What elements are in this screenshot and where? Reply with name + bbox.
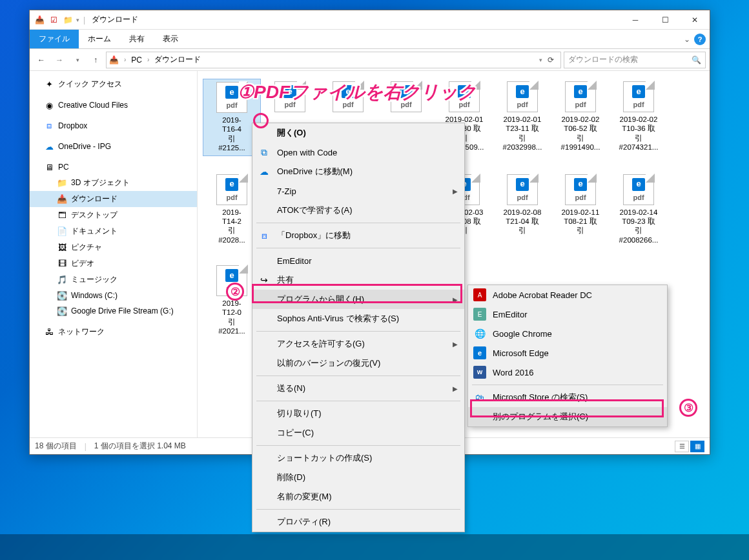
pdf-file-icon: epdf [507,174,538,205]
sidebar-dropbox[interactable]: ⧈Dropbox [30,118,197,134]
sidebar-cdrive[interactable]: 💽Windows (C:) [30,288,197,303]
sm-choose-another[interactable]: 別のプログラムを選択(C) [468,407,667,426]
annotation-step3: ③ [679,399,697,417]
sidebar-pc[interactable]: 🖥PC [30,159,197,175]
sidebar-3d[interactable]: 📁3D オブジェクト [30,175,197,191]
annotation-circle [253,113,269,128]
cm-share[interactable]: ↪共有 [252,270,464,290]
file-item[interactable]: epdf 2019-02-02T10-36 取引#2074321... [610,79,668,156]
cm-emeditor[interactable]: EmEditor [252,251,464,270]
sidebar-music[interactable]: 🎵ミュージック [30,272,197,288]
file-name-line: 2019-02-14 [620,208,658,217]
cm-onedrive-move[interactable]: ☁OneDrive に移動(M) [252,162,464,181]
file-name-line: 2019- [222,208,241,217]
help-icon[interactable]: ? [694,34,706,45]
file-item[interactable]: epdf 2019-02-01T23-11 取引#2032998... [493,79,551,156]
file-name-line: 2019-02-02 [562,115,600,124]
file-name-line: #2032998... [503,143,542,152]
cm-send-to[interactable]: 送る(N)▶ [252,379,464,398]
cm-access[interactable]: アクセスを許可する(G)▶ [252,334,464,354]
file-item[interactable]: epdf 2019-02-08T21-04 取引 [493,172,551,248]
sidebar-onedrive[interactable]: ☁OneDrive - IPG [30,139,197,154]
check-icon[interactable]: ☑ [48,14,59,26]
cm-rename[interactable]: 名前の変更(M) [252,487,464,506]
file-name-line: T14-2 [222,217,241,226]
search-input[interactable]: ダウンロードの検索 🔍 [564,52,706,68]
taskbar[interactable] [0,534,749,560]
onedrive-icon: ☁ [44,141,54,152]
cm-properties[interactable]: プロパティ(R) [252,512,464,532]
cm-cut[interactable]: 切り取り(T) [252,404,464,423]
file-name-line: T23-11 取 [506,124,539,133]
sidebar-documents[interactable]: 📄ドキュメント [30,223,197,239]
file-name-line: #2028... [218,235,245,245]
view-details-button[interactable]: ☰ [675,441,689,452]
cc-icon: ◉ [44,100,54,110]
qat-dropdown[interactable]: ▾ [76,17,79,23]
sidebar-downloads[interactable]: 📥ダウンロード [30,191,197,207]
tab-file[interactable]: ファイル [30,30,79,48]
file-name-line: 2019-02-02 [620,115,658,124]
pictures-icon: 🖼 [57,243,67,253]
sm-word[interactable]: WWord 2016 [468,363,667,382]
status-count: 18 個の項目 [35,441,77,452]
tab-share[interactable]: 共有 [120,30,154,48]
breadcrumb-dropdown[interactable]: ▾ [539,57,542,63]
cm-delete[interactable]: 削除(D) [252,468,464,487]
cm-sophos[interactable]: Sophos Anti-Virus で検索する(S) [252,309,464,328]
search-icon: 🔍 [692,55,701,65]
sidebar-ccf[interactable]: ◉Creative Cloud Files [30,97,197,113]
file-item[interactable]: epdf 2019-02-11T08-21 取引 [551,172,610,248]
file-name-line: T12-0 [222,308,241,317]
cm-copy[interactable]: コピー(C) [252,423,464,443]
sidebar-desktop[interactable]: 🗔デスクトップ [30,207,197,223]
sm-edge[interactable]: eMicrosoft Edge [468,343,667,363]
tab-home[interactable]: ホーム [79,30,120,48]
pdf-file-icon: epdf [565,81,596,112]
sidebar-pictures[interactable]: 🖼ピクチャ [30,239,197,255]
chevron-right-icon: › [146,56,150,63]
cm-atok[interactable]: ATOKで学習する(A) [252,201,464,220]
forward-button[interactable]: → [52,52,67,68]
up-button[interactable]: ↑ [88,52,103,68]
pdf-file-icon: epdf [565,174,596,205]
videos-icon: 🎞 [57,259,67,269]
cm-prev-version[interactable]: 以前のバージョンの復元(V) [252,354,464,373]
tab-view[interactable]: 表示 [154,30,187,48]
navigation-pane: ✦クイック アクセス ◉Creative Cloud Files ⧈Dropbo… [30,71,198,437]
cm-open-with[interactable]: プログラムから開く(H)▶ [252,290,464,309]
sidebar-gdrive[interactable]: 💽Google Drive File Stream (G:) [30,303,197,319]
sidebar-quick-access[interactable]: ✦クイック アクセス [30,76,197,92]
file-item[interactable]: epdf 2019-02-14T09-23 取引#2008266... [610,172,668,248]
cm-open[interactable]: 開く(O) [252,123,464,143]
cm-7zip[interactable]: 7-Zip▶ [252,181,464,201]
sidebar-network[interactable]: 🖧ネットワーク [30,324,197,340]
back-button[interactable]: ← [34,52,49,68]
ribbon-chevron-icon[interactable]: ⌄ [684,35,690,44]
cm-open-with-code[interactable]: ⧉Open with Code [252,143,464,162]
close-button[interactable]: ✕ [680,10,710,30]
maximize-button[interactable]: ☐ [650,10,680,30]
annotation-step1: ①PDFファイルを右クリック [238,80,477,105]
minimize-button[interactable]: ─ [621,10,650,30]
refresh-icon[interactable]: ⟳ [544,53,558,67]
file-item[interactable]: epdf 2019-02-02T06-52 取引#1991490... [551,79,610,156]
sm-adobe[interactable]: AAdobe Acrobat Reader DC [468,285,667,305]
dropbox-icon: ⧈ [44,121,54,131]
file-name-line: #2074321... [619,143,659,152]
sm-chrome[interactable]: 🌐Google Chrome [468,324,667,343]
recent-dropdown[interactable]: ▾ [70,52,85,68]
file-name-line: #2008266... [619,235,659,245]
sm-store[interactable]: 🛍Microsoft Store の検索(S) [468,388,667,407]
desktop-icon: 🗔 [57,210,67,221]
cm-shortcut[interactable]: ショートカットの作成(S) [252,448,464,468]
breadcrumb[interactable]: 📥 › PC › ダウンロード ▾ ⟳ [106,52,561,68]
sidebar-videos[interactable]: 🎞ビデオ [30,255,197,272]
crumb-pc[interactable]: PC [128,55,145,65]
cm-dropbox-move[interactable]: ⧈「Dropbox」に移動 [252,226,464,245]
sm-emeditor[interactable]: EEmEditor [468,305,667,324]
crumb-downloads[interactable]: ダウンロード [152,54,203,65]
view-icons-button[interactable]: ▦ [690,441,704,452]
address-bar: ← → ▾ ↑ 📥 › PC › ダウンロード ▾ ⟳ ダウンロードの検索 🔍 [30,49,710,71]
file-name-line: 引 [228,134,236,143]
